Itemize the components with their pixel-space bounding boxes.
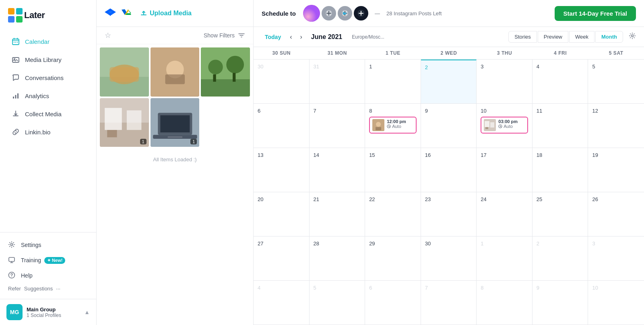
cal-cell-jun2[interactable]: 2	[421, 60, 477, 103]
svg-rect-25	[201, 79, 250, 97]
cal-cell-jun23[interactable]: 23	[421, 192, 477, 236]
event-info-jun8: 12:00 pm Auto	[387, 119, 406, 129]
cal-cell-jun27[interactable]: 27	[254, 237, 310, 280]
refer-label[interactable]: Refer	[8, 286, 21, 292]
suggestions-label[interactable]: Suggestions	[24, 286, 53, 292]
cal-cell-jun10[interactable]: 10 03:00 pm	[477, 104, 533, 148]
more-menu[interactable]: ···	[56, 286, 60, 292]
stories-view-button[interactable]: Stories	[508, 31, 537, 43]
cal-cell-jun15[interactable]: 15	[365, 148, 421, 192]
month-view-button[interactable]: Month	[595, 31, 623, 43]
cal-cell-jun26[interactable]: 26	[588, 192, 644, 236]
event-jun10[interactable]: 03:00 pm Auto	[481, 117, 528, 134]
media-thumb-3[interactable]	[201, 47, 250, 97]
sidebar-item-conversations[interactable]: Conversations	[3, 69, 93, 86]
cal-cell-jun11[interactable]: 11	[533, 104, 588, 148]
cal-cell-jul1[interactable]: 1	[477, 237, 533, 280]
cal-cell-may30[interactable]: 30	[254, 60, 310, 103]
cal-cell-may31[interactable]: 31	[310, 60, 365, 103]
week-4: 20 21 22 23 24 25 26	[254, 192, 644, 237]
cal-cell-jun18[interactable]: 18	[533, 148, 588, 192]
week-5: 27 28 29 30 1 2 3	[254, 237, 644, 281]
svg-rect-39	[167, 136, 182, 138]
add-profile-1[interactable]	[322, 6, 336, 21]
sidebar-item-collect-media[interactable]: Collect Media	[3, 105, 93, 123]
add-profile-3[interactable]	[354, 6, 368, 21]
start-trial-button[interactable]: Start 14-Day Free Trial	[555, 6, 636, 21]
view-buttons: Stories Preview Week Month	[508, 31, 623, 43]
sidebar-item-media-library[interactable]: Media Library	[3, 51, 93, 68]
cal-cell-jul3[interactable]: 3	[588, 237, 644, 280]
event-jun8[interactable]: 12:00 pm Auto	[369, 117, 417, 134]
media-grid: 1 1	[97, 44, 253, 150]
account-section[interactable]: MG Main Group 1 Social Profiles ▲	[0, 299, 96, 325]
upload-media-button[interactable]: Upload Media	[140, 10, 192, 17]
svg-rect-23	[165, 74, 185, 84]
upload-label: Upload Media	[150, 10, 192, 17]
drive-icon[interactable]	[121, 7, 132, 20]
cal-cell-jun4[interactable]: 4	[533, 60, 588, 103]
cal-cell-jun8[interactable]: 8 12:00 pm	[365, 104, 421, 148]
svg-point-27	[227, 56, 244, 74]
instagram-posts-count: 28 Instagram Posts Left	[386, 10, 442, 16]
cal-cell-jun22[interactable]: 22	[365, 192, 421, 236]
multi-badge-4: 1	[140, 139, 147, 144]
cal-cell-jun1[interactable]: 1	[365, 60, 421, 103]
cal-cell-jun28[interactable]: 28	[310, 237, 365, 280]
cal-cell-jun3[interactable]: 3	[477, 60, 533, 103]
cal-cell-jun6[interactable]: 6	[254, 104, 310, 148]
cal-cell-jul5[interactable]: 5	[310, 281, 365, 325]
add-profile-2[interactable]: 🐦	[338, 6, 352, 21]
calendar-header: Schedule to	[254, 0, 644, 27]
cal-cell-jun9[interactable]: 9	[421, 104, 477, 148]
cal-cell-jun7[interactable]: 7	[310, 104, 365, 148]
cal-cell-jun29[interactable]: 29	[365, 237, 421, 280]
svg-rect-20	[109, 67, 139, 82]
media-thumb-1[interactable]	[100, 47, 149, 97]
sidebar-item-calendar[interactable]: Calendar	[3, 33, 93, 50]
cal-cell-jun20[interactable]: 20	[254, 192, 310, 236]
media-header: Upload Media	[97, 0, 253, 27]
cal-cell-jul2[interactable]: 2	[533, 237, 588, 280]
cal-cell-jul9[interactable]: 9	[533, 281, 588, 325]
cal-cell-jul4[interactable]: 4	[254, 281, 310, 325]
help-item[interactable]: Help	[0, 268, 96, 283]
cal-cell-jul6[interactable]: 6	[365, 281, 421, 325]
star-icon[interactable]: ☆	[105, 31, 111, 40]
svg-rect-5	[14, 42, 14, 43]
calendar-settings-button[interactable]	[629, 32, 636, 41]
cal-cell-jun5[interactable]: 5	[588, 60, 644, 103]
cal-cell-jun21[interactable]: 21	[310, 192, 365, 236]
cal-cell-jun25[interactable]: 25	[533, 192, 588, 236]
cal-cell-jun14[interactable]: 14	[310, 148, 365, 192]
cal-cell-jun30[interactable]: 30	[421, 237, 477, 280]
week-view-button[interactable]: Week	[569, 31, 594, 43]
cal-cell-jun13[interactable]: 13	[254, 148, 310, 192]
cal-cell-jun17[interactable]: 17	[477, 148, 533, 192]
today-button[interactable]: Today	[262, 32, 284, 42]
dropbox-icon[interactable]	[105, 6, 116, 20]
instagram-avatar[interactable]	[303, 5, 320, 22]
multi-badge-5: 1	[190, 139, 197, 144]
week-1: 30 31 1 2 3 4 5	[254, 60, 644, 104]
training-item[interactable]: Training ✦ New!	[0, 253, 96, 268]
media-thumb-5[interactable]: 1	[151, 98, 200, 147]
svg-point-26	[208, 60, 223, 74]
cal-cell-jul10[interactable]: 10	[588, 281, 644, 325]
cal-cell-jun16[interactable]: 16	[421, 148, 477, 192]
cal-cell-jun24[interactable]: 24	[477, 192, 533, 236]
media-thumb-2[interactable]	[151, 47, 200, 97]
preview-view-button[interactable]: Preview	[538, 31, 568, 43]
sidebar-item-linkin-bio[interactable]: Linkin.bio	[3, 123, 93, 141]
next-month-button[interactable]: ›	[298, 32, 305, 42]
show-filters-button[interactable]: Show Filters	[204, 32, 245, 39]
prev-month-button[interactable]: ‹	[287, 32, 294, 42]
cal-cell-jul8[interactable]: 8	[477, 281, 533, 325]
media-thumb-4[interactable]: 1	[100, 98, 149, 147]
svg-rect-53	[485, 127, 488, 129]
sidebar-item-analytics[interactable]: Analytics	[3, 87, 93, 105]
cal-cell-jul7[interactable]: 7	[421, 281, 477, 325]
cal-cell-jun19[interactable]: 19	[588, 148, 644, 192]
settings-item[interactable]: Settings	[0, 237, 96, 253]
cal-cell-jun12[interactable]: 12	[588, 104, 644, 148]
